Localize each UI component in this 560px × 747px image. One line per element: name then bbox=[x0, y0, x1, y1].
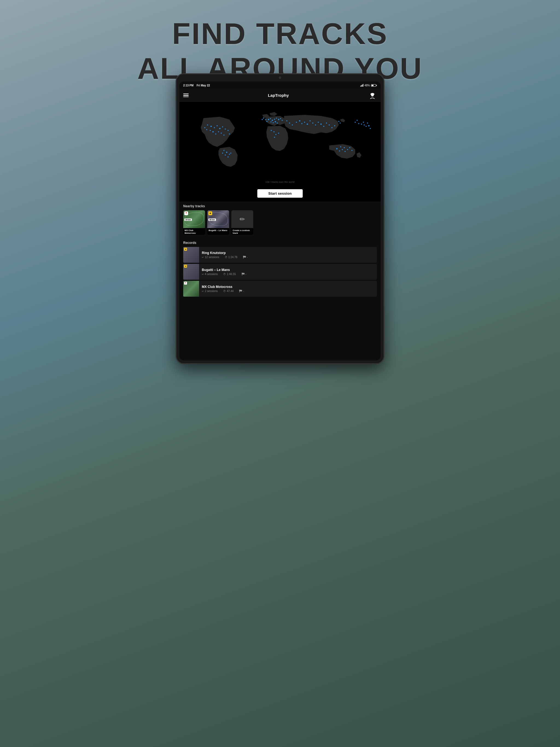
status-time-date: 2:13 PM Fri May 22 bbox=[183, 84, 210, 87]
track-badge-pin: 📍 bbox=[184, 211, 188, 215]
svg-point-16 bbox=[266, 121, 268, 122]
record-sessions-mx: ↩ 2 sessions bbox=[202, 289, 218, 292]
record-name-ring: Ring Knutstorp bbox=[202, 251, 374, 255]
wifi-icon bbox=[360, 84, 363, 87]
svg-point-38 bbox=[226, 152, 228, 153]
tablet-frame: 2:13 PM Fri May 22 48% bbox=[176, 74, 384, 364]
svg-point-76 bbox=[361, 124, 362, 125]
status-right: 48% bbox=[360, 84, 377, 87]
world-map-svg bbox=[187, 104, 373, 170]
hamburger-menu-button[interactable] bbox=[183, 94, 189, 97]
record-speed-mx: 🏁 - bbox=[239, 289, 244, 292]
nearby-tracks-section: Nearby tracks 📍 34 km MX ClubMotocross ★ bbox=[179, 202, 381, 238]
map-caption: 12k+ tracks over the world bbox=[265, 181, 295, 183]
track-label-bugatti: Bugatti – Le Mans bbox=[207, 228, 229, 235]
app-header: LapTrophy bbox=[179, 89, 381, 102]
records-title: Records bbox=[179, 238, 381, 247]
svg-point-42 bbox=[230, 153, 231, 154]
track-card-bugatti[interactable]: ★ 60 km Bugatti – Le Mans bbox=[207, 210, 229, 235]
clock-icon-bugatti: ⏱ bbox=[223, 273, 226, 276]
time-value-bugatti: 1:46.55 bbox=[227, 273, 236, 276]
record-row-mx-club[interactable]: 📍 MX Club Motocross ↩ 2 sessions ⏱ bbox=[183, 281, 377, 297]
svg-point-15 bbox=[277, 123, 278, 124]
speed-value-mx: - bbox=[243, 289, 244, 292]
svg-point-81 bbox=[368, 125, 370, 127]
status-time: 2:13 PM bbox=[183, 84, 194, 87]
user-avatar-icon bbox=[368, 92, 376, 99]
record-time-mx: ⏱ 47.44 bbox=[223, 289, 233, 292]
svg-point-24 bbox=[219, 128, 221, 129]
user-profile-button[interactable] bbox=[368, 91, 377, 100]
svg-point-70 bbox=[351, 150, 353, 151]
svg-point-56 bbox=[329, 124, 330, 126]
svg-point-20 bbox=[207, 124, 208, 126]
camera-dot bbox=[279, 77, 281, 79]
svg-point-65 bbox=[339, 150, 340, 152]
record-thumb-mx: 📍 bbox=[183, 281, 199, 297]
sessions-icon-b: ↩ bbox=[202, 273, 204, 276]
svg-point-10 bbox=[280, 118, 281, 119]
speed-icon-ring: 🏁 bbox=[243, 256, 246, 259]
track-distance-bugatti: 60 km bbox=[208, 218, 216, 221]
start-session-wrap: Start session bbox=[179, 186, 381, 202]
app-title: LapTrophy bbox=[268, 93, 289, 98]
pencil-icon: ✏ bbox=[239, 215, 245, 223]
svg-point-23 bbox=[217, 125, 218, 126]
record-star-badge-ring: ★ bbox=[184, 248, 187, 251]
svg-point-80 bbox=[367, 123, 368, 124]
battery-icon bbox=[371, 84, 377, 87]
speed-icon-mx: 🏁 bbox=[239, 289, 242, 292]
svg-point-14 bbox=[275, 121, 276, 123]
track-card-mx-club[interactable]: 📍 34 km MX ClubMotocross bbox=[183, 210, 205, 235]
speed-value-ring: - bbox=[247, 256, 248, 259]
record-time-ring: ⏱ 1:24.78 bbox=[225, 256, 237, 259]
svg-point-36 bbox=[229, 133, 230, 134]
sessions-count-bugatti: 4 sessions bbox=[205, 273, 218, 276]
bottom-spacer bbox=[179, 297, 381, 303]
svg-point-35 bbox=[228, 130, 229, 131]
start-session-button[interactable]: Start session bbox=[257, 189, 303, 198]
svg-point-43 bbox=[222, 153, 223, 154]
svg-point-58 bbox=[289, 123, 290, 124]
svg-point-25 bbox=[222, 126, 223, 127]
track-label-custom: Create a custom track bbox=[231, 228, 253, 235]
record-info-ring: Ring Knutstorp ↩ 12 sessions ⏱ 1:24.78 bbox=[199, 251, 377, 259]
time-value-ring: 1:24.78 bbox=[228, 256, 237, 259]
svg-point-69 bbox=[349, 147, 350, 148]
svg-point-5 bbox=[270, 118, 271, 119]
record-speed-bugatti: 🏁 - bbox=[241, 273, 246, 276]
svg-point-12 bbox=[271, 121, 272, 123]
speed-icon-bugatti: 🏁 bbox=[241, 273, 245, 276]
clock-icon-mx: ⏱ bbox=[223, 289, 226, 292]
record-row-ring-knutstorp[interactable]: ★ Ring Knutstorp ↩ 12 sessions ⏱ bbox=[183, 247, 377, 263]
svg-point-55 bbox=[326, 123, 327, 124]
track-distance-mx: 34 km bbox=[184, 218, 192, 221]
svg-point-26 bbox=[225, 129, 226, 130]
nearby-tracks-title: Nearby tracks bbox=[179, 202, 381, 210]
svg-point-34 bbox=[223, 134, 225, 136]
time-value-mx: 47.44 bbox=[227, 289, 233, 292]
record-row-bugatti[interactable]: ★ Bugatti – Le Mans ↩ 4 sessions ⏱ bbox=[183, 264, 377, 280]
svg-point-4 bbox=[268, 119, 269, 120]
records-list: ★ Ring Knutstorp ↩ 12 sessions ⏱ bbox=[179, 247, 381, 297]
svg-point-75 bbox=[358, 123, 359, 124]
track-card-custom[interactable]: ✏ Create a custom track bbox=[231, 210, 253, 235]
svg-point-83 bbox=[271, 130, 272, 131]
svg-point-21 bbox=[210, 126, 212, 127]
svg-point-54 bbox=[323, 126, 324, 127]
nearby-tracks-row: 📍 34 km MX ClubMotocross ★ 60 km Bugatti… bbox=[179, 210, 381, 238]
svg-point-31 bbox=[206, 129, 207, 130]
svg-point-64 bbox=[336, 148, 338, 150]
svg-point-11 bbox=[282, 120, 283, 121]
svg-point-68 bbox=[347, 149, 348, 150]
svg-point-48 bbox=[307, 124, 308, 125]
svg-point-49 bbox=[309, 120, 311, 121]
record-stats-mx: ↩ 2 sessions ⏱ 47.44 🏁 - bbox=[202, 289, 374, 292]
world-map-container[interactable]: 12k+ tracks over the world bbox=[179, 102, 381, 186]
svg-point-59 bbox=[292, 124, 293, 126]
svg-point-87 bbox=[274, 137, 275, 138]
svg-rect-3 bbox=[371, 93, 374, 94]
svg-rect-2 bbox=[371, 94, 374, 95]
svg-point-77 bbox=[363, 122, 364, 123]
svg-point-86 bbox=[278, 133, 279, 134]
